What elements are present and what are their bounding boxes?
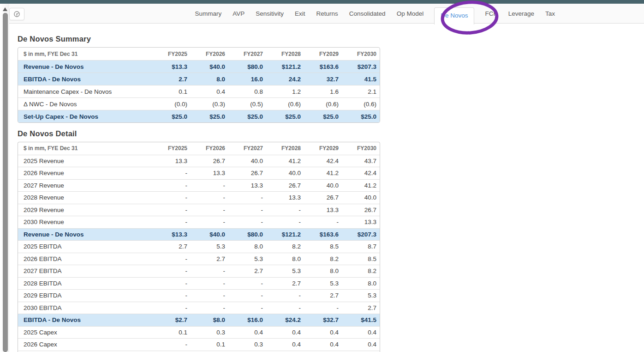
- value-cell: 8.0: [304, 267, 342, 274]
- value-cell: 8.0: [266, 255, 304, 262]
- table-row: Set-Up Capex - De Novos$25.0$25.0$25.0$2…: [18, 110, 380, 122]
- value-cell: 5.3: [266, 267, 304, 274]
- value-cell: 2.7: [304, 292, 342, 299]
- row-label: EBITDA - De Novos: [18, 316, 153, 323]
- value-cell: -: [191, 182, 228, 189]
- value-cell: 0.4: [228, 329, 266, 336]
- table-row: 2026 Capex-0.10.30.40.40.4: [18, 338, 380, 351]
- value-cell: 2.7: [153, 76, 191, 83]
- value-cell: 2.1: [342, 88, 380, 95]
- tab-sensitivity[interactable]: Sensitivity: [255, 8, 284, 19]
- row-label: 2027 Revenue: [18, 182, 153, 189]
- detail-table: $ in mm, FYE Dec 31FY2025FY2026FY2027FY2…: [18, 142, 380, 352]
- row-label: 2028 Revenue: [18, 194, 153, 201]
- value-cell: 2.7: [342, 304, 380, 311]
- value-cell: 8.7: [342, 243, 380, 250]
- tab-returns[interactable]: Returns: [316, 8, 339, 19]
- value-cell: 0.1: [191, 341, 228, 348]
- value-cell: -: [153, 280, 191, 287]
- value-cell: 26.7: [342, 206, 380, 213]
- column-header: FY2028: [266, 51, 304, 57]
- tab-summary[interactable]: Summary: [194, 8, 222, 19]
- value-cell: 0.4: [191, 88, 228, 95]
- value-cell: $8.0: [191, 316, 228, 323]
- row-label: Set-Up Capex - De Novos: [18, 113, 153, 120]
- value-cell: -: [266, 292, 304, 299]
- value-cell: $2.7: [153, 316, 191, 323]
- table-row: 2026 Revenue-13.326.740.041.242.4: [18, 167, 380, 179]
- row-label: Maintenance Capex - De Novos: [18, 88, 153, 95]
- value-cell: 8.0: [191, 76, 228, 83]
- row-label: Δ NWC - De Novos: [18, 101, 153, 108]
- scrollbar-thumb[interactable]: [3, 13, 8, 352]
- table-row: 2025 Capex0.10.30.40.40.40.4: [18, 326, 380, 339]
- value-cell: $121.2: [266, 231, 304, 238]
- tab-tax[interactable]: Tax: [545, 8, 555, 19]
- column-header: FY2025: [153, 145, 191, 152]
- row-label: 2029 EBITDA: [18, 292, 153, 299]
- value-cell: 5.3: [228, 255, 266, 262]
- value-cell: 42.4: [342, 170, 380, 176]
- value-cell: 8.2: [266, 243, 304, 250]
- tab-leverage[interactable]: Leverage: [508, 8, 535, 19]
- column-header: FY2029: [304, 145, 342, 152]
- row-label: 2030 Revenue: [18, 218, 153, 225]
- table-row: 2029 EBITDA----2.75.3: [18, 289, 380, 302]
- tab-de-novos[interactable]: De Novos: [434, 7, 474, 24]
- value-cell: 41.2: [342, 182, 380, 189]
- table-row: EBITDA - De Novos2.78.016.024.232.741.5: [18, 73, 380, 85]
- column-header: FY2025: [153, 51, 191, 57]
- value-cell: (0.5): [228, 101, 266, 108]
- tab-fcf[interactable]: FCF: [484, 8, 497, 19]
- table-row: 2029 Revenue----13.326.7: [18, 204, 380, 216]
- value-cell: $16.0: [228, 316, 266, 323]
- value-cell: $32.7: [304, 316, 342, 323]
- widget-tab-button[interactable]: [9, 8, 24, 20]
- tab-exit[interactable]: Exit: [294, 8, 306, 19]
- value-cell: 1.6: [304, 88, 342, 95]
- value-cell: $121.2: [266, 63, 304, 70]
- value-cell: -: [153, 194, 191, 201]
- value-cell: (0.0): [153, 101, 191, 108]
- value-cell: $207.3: [342, 63, 380, 70]
- value-cell: -: [191, 206, 228, 213]
- value-cell: 13.3: [266, 194, 304, 201]
- row-label: 2025 EBITDA: [18, 243, 153, 250]
- column-header: FY2027: [228, 145, 266, 152]
- value-cell: 40.0: [342, 194, 380, 201]
- tab-avp[interactable]: AVP: [232, 8, 245, 19]
- value-cell: $163.6: [304, 63, 342, 70]
- value-cell: -: [153, 292, 191, 299]
- value-cell: 8.5: [304, 243, 342, 250]
- value-cell: -: [153, 255, 191, 262]
- section-title-detail: De Novos Detail: [18, 129, 380, 138]
- value-cell: 41.2: [266, 158, 304, 164]
- value-cell: -: [191, 280, 228, 287]
- value-cell: 41.2: [304, 170, 342, 176]
- column-header: FY2026: [191, 145, 228, 152]
- table-row: 2028 Revenue---13.326.740.0: [18, 191, 380, 204]
- table-row: 2027 Capex--0.10.30.40.4: [18, 351, 380, 352]
- value-cell: -: [191, 267, 228, 274]
- value-cell: 16.0: [228, 76, 266, 83]
- value-cell: 40.0: [304, 182, 342, 189]
- tab-op-model[interactable]: Op Model: [396, 8, 424, 19]
- tab-consolidated[interactable]: Consolidated: [349, 8, 386, 19]
- value-cell: -: [153, 304, 191, 311]
- value-cell: 5.3: [342, 292, 380, 299]
- vertical-scrollbar[interactable]: [0, 4, 9, 352]
- summary-table: $ in mm, FYE Dec 31FY2025FY2026FY2027FY2…: [18, 47, 380, 123]
- value-cell: 40.0: [266, 170, 304, 176]
- value-cell: 13.3: [228, 182, 266, 189]
- value-cell: 0.3: [191, 329, 228, 336]
- row-label: 2025 Revenue: [18, 158, 153, 164]
- value-cell: -: [153, 267, 191, 274]
- value-cell: $25.0: [342, 113, 380, 120]
- scroll-up-arrow-icon[interactable]: [3, 7, 7, 11]
- value-cell: (0.6): [342, 101, 380, 108]
- value-cell: -: [153, 170, 191, 176]
- value-cell: 0.4: [342, 329, 380, 336]
- value-cell: 8.5: [342, 255, 380, 262]
- value-cell: 2.7: [153, 243, 191, 250]
- row-label: 2026 Capex: [18, 341, 153, 348]
